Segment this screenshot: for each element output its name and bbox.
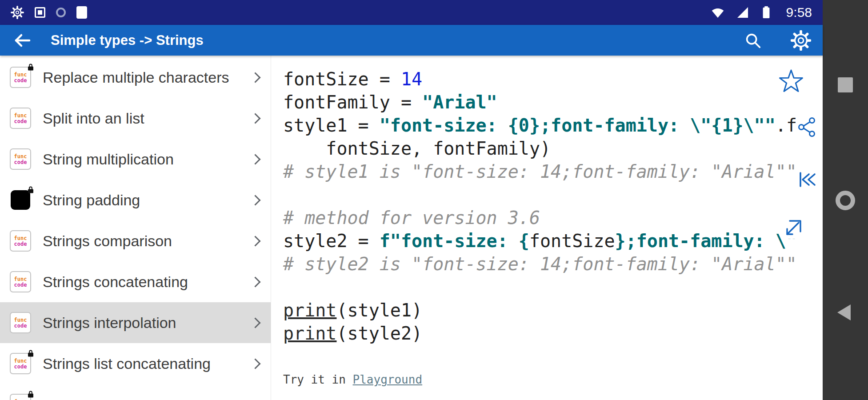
back-arrow-icon[interactable]	[12, 31, 32, 50]
sidebar-item[interactable]: funccodeStrings concatenating	[0, 261, 271, 302]
code-snippet-icon: funccode	[10, 312, 31, 333]
lock-icon	[27, 186, 35, 194]
code-line	[283, 183, 797, 206]
chevron-right-icon	[250, 195, 260, 205]
code-line: fontSize, fontFamily)	[283, 137, 797, 160]
code-line: # style2 is "font-size: 14;font-family: …	[283, 252, 797, 276]
code-token: };font-family: \"	[615, 231, 797, 251]
battery-icon	[760, 6, 772, 19]
chevron-right-icon	[250, 154, 260, 164]
wifi-icon	[711, 5, 725, 20]
skip-to-start-icon[interactable]	[796, 169, 818, 190]
code-line: fontSize = 14	[283, 68, 797, 91]
code-line	[283, 345, 797, 368]
code-line: # method for version 3.6	[283, 206, 797, 229]
app-square-icon	[35, 7, 45, 18]
code-token: fontSize =	[283, 69, 401, 89]
back-button[interactable]	[837, 304, 851, 320]
code-token: f"font-size: {	[380, 231, 529, 251]
status-bar: 9:58	[0, 0, 823, 25]
sidebar-item[interactable]: funccodeSplit into an list	[0, 98, 271, 139]
function-link[interactable]: print	[283, 323, 336, 344]
clock-time: 9:58	[786, 5, 812, 20]
code-line: # style1 is "font-size: 14;font-family: …	[283, 160, 797, 183]
screen: 9:58 Simple types -> Strings	[0, 0, 868, 400]
code-token: "font-size: {0};font-family: \"{1}\""	[380, 115, 776, 136]
sidebar-item[interactable]: String padding	[0, 180, 271, 220]
circle-notification-icon	[56, 8, 66, 17]
code-token: fontSize	[529, 231, 615, 251]
function-link[interactable]: print	[283, 300, 336, 320]
code-token: fontFamily =	[283, 92, 422, 112]
code-token: style2 =	[283, 231, 380, 251]
lock-icon	[27, 349, 35, 357]
chevron-right-icon	[250, 72, 260, 83]
share-icon[interactable]	[796, 116, 818, 138]
note-notification-icon	[76, 6, 87, 19]
code-snippet-icon: funccode	[10, 394, 31, 400]
settings-gear-icon[interactable]	[791, 30, 811, 51]
code-token: "Arial"	[422, 92, 497, 112]
favorite-star-icon[interactable]	[779, 69, 804, 94]
gear-notification-icon	[11, 6, 24, 19]
search-icon[interactable]	[744, 31, 762, 50]
sidebar-item-label: Strings list concatenating	[43, 355, 252, 372]
chevron-right-icon	[250, 358, 260, 369]
code-snippet-icon: funccode	[10, 148, 31, 170]
code-line: Try it in Playground	[283, 368, 797, 391]
sidebar-item[interactable]: funccodeStrings comparison	[0, 220, 271, 261]
code-token: (style1)	[336, 300, 422, 320]
code-snippet-icon: funccode	[10, 108, 31, 129]
code-token: fontSize, fontFamily)	[283, 138, 551, 159]
sidebar-item-label: Strings comparison	[43, 232, 252, 250]
lock-icon	[27, 63, 35, 71]
code-line: style1 = "font-size: {0};font-family: \"…	[283, 114, 797, 137]
code-snippet-icon: funccode	[10, 67, 31, 88]
sidebar-item-label: Replace multiple characters	[43, 69, 252, 86]
sidebar-item[interactable]: funccodeString multiplication	[0, 139, 271, 180]
code-snippet-icon: funccode	[10, 230, 31, 252]
sidebar-item-label: Strings interpolation	[43, 314, 252, 332]
chevron-right-icon	[250, 317, 260, 328]
code-snippet-icon: funccode	[10, 353, 31, 374]
recents-button[interactable]	[838, 77, 853, 92]
sidebar-item[interactable]: funccodeStrings list concatenating	[0, 343, 271, 384]
sidebar-item-label: String padding	[43, 192, 252, 209]
code-line: print(style1)	[283, 299, 797, 322]
code-line: style2 = f"font-size: {fontSize};font-fa…	[283, 229, 797, 252]
android-nav-bar	[823, 0, 868, 400]
code-token: 14	[401, 69, 422, 89]
sidebar-item-label: String multiplication	[43, 151, 252, 168]
code-token: # style2 is "font-size: 14;font-family: …	[283, 254, 797, 274]
code-token: Try it in	[283, 373, 353, 386]
code-token: # method for version 3.6	[283, 208, 540, 228]
app-bar: Simple types -> Strings	[0, 25, 823, 56]
code-snippet-icon: funccode	[10, 271, 31, 292]
page-title: Simple types -> Strings	[51, 32, 204, 48]
home-button[interactable]	[836, 191, 855, 210]
code-line	[283, 276, 797, 299]
code-line: print(style2)	[283, 322, 797, 345]
chevron-right-icon	[250, 276, 260, 287]
code-token: (style2)	[336, 323, 422, 344]
open-in-playground-icon[interactable]	[783, 217, 804, 239]
code-token: # style1 is "font-size: 14;font-family: …	[283, 161, 797, 182]
sidebar-item-label: Strings concatenating	[43, 273, 252, 291]
cell-signal-icon	[736, 5, 750, 20]
sidebar-list[interactable]: funccodeReplace multiple charactersfuncc…	[0, 56, 271, 400]
app-window: 9:58 Simple types -> Strings	[0, 0, 823, 400]
sidebar-item[interactable]: funccodeStrings interpolation	[0, 302, 271, 343]
code-block: fontSize = 14fontFamily = "Arial"style1 …	[283, 68, 797, 391]
code-token: style1 =	[283, 115, 380, 136]
sidebar-item-label: Split into an list	[43, 110, 252, 127]
padding-icon	[11, 190, 30, 210]
sidebar-item[interactable]: funccodeReplace multiple characters	[0, 57, 271, 98]
code-area[interactable]: fontSize = 14fontFamily = "Arial"style1 …	[271, 56, 823, 400]
code-line: fontFamily = "Arial"	[283, 91, 797, 114]
code-token: .f	[776, 115, 797, 136]
chevron-right-icon	[250, 113, 260, 124]
lock-icon	[27, 390, 35, 398]
playground-link[interactable]: Playground	[353, 373, 423, 386]
chevron-right-icon	[250, 236, 260, 246]
sidebar-item[interactable]: funccode	[0, 384, 271, 400]
